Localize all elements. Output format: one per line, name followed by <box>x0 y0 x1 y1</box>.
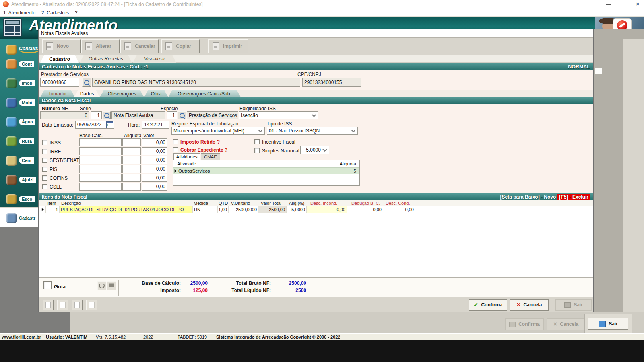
sidebar-item-cemiterio[interactable]: Cem <box>0 152 38 169</box>
tab-atividades[interactable]: Atividades <box>173 153 200 160</box>
nav-last-button[interactable] <box>86 300 97 310</box>
irrf-base-input[interactable] <box>79 147 122 155</box>
irrf-aliquota-input[interactable] <box>122 147 141 155</box>
csll-valor-input[interactable]: 0,00 <box>142 183 167 191</box>
exigibilidade-select[interactable]: Isenção <box>239 111 318 119</box>
menu-cadastros[interactable]: 2. Cadastros <box>41 10 69 16</box>
calendar-icon[interactable] <box>106 121 113 128</box>
sidebar-item-escola[interactable]: Esco <box>0 190 38 208</box>
incentivo-fiscal-label: Incentivo Fiscal <box>262 139 295 145</box>
inss-aliquota-input[interactable] <box>122 138 141 146</box>
prestador-nome-field: GIVANILDO PINTO DAS NEVES 91306345120 <box>92 78 300 87</box>
copiar-button[interactable]: Copiar <box>161 39 200 53</box>
tab-visualizar[interactable]: Visualizar <box>133 55 176 63</box>
tipo-iss-select[interactable]: 01 - Não Possui ISSQN <box>267 127 358 135</box>
sest-aliquota-input[interactable] <box>122 156 141 164</box>
numero-nf-input[interactable]: 0 <box>40 111 89 119</box>
window-titlebar: Atendimento - Atualizado dia: 02/06/2022… <box>0 0 644 9</box>
prestador-search-button[interactable] <box>82 78 91 87</box>
especie-input[interactable]: 1 <box>167 111 177 119</box>
inss-valor-input[interactable]: 0,00 <box>142 138 167 146</box>
cofins-valor-input[interactable]: 0,00 <box>142 174 167 182</box>
sidebar-item-cont[interactable]: Cont <box>0 55 38 73</box>
irrf-valor-input[interactable]: 0,00 <box>142 147 167 155</box>
item-row[interactable]: 1 PRESTAÇAO DE SERVIÇO DE 04 PORTAS 04 J… <box>39 206 593 213</box>
sidebar-item-agua[interactable]: Água <box>0 113 38 131</box>
pis-checkbox[interactable] <box>42 167 47 172</box>
sair-button[interactable]: Sair <box>555 299 592 311</box>
menubar: 1. Atendimento 2. Cadastros ? <box>0 9 644 17</box>
tab-obra[interactable]: Obra <box>144 90 168 97</box>
serie-input[interactable]: 1 <box>91 111 102 119</box>
sest-base-input[interactable] <box>79 156 122 164</box>
confirma-button[interactable]: ✓ Confirma <box>469 299 507 311</box>
imprimir-button[interactable]: Imprimir <box>208 39 248 53</box>
cofins-checkbox[interactable] <box>42 175 47 181</box>
search-person-icon <box>6 45 17 55</box>
outer-confirma-button[interactable]: Confirma <box>505 318 544 330</box>
tipo-iss-label: Tipo de ISS <box>267 121 292 127</box>
gavel-icon <box>6 175 17 185</box>
alterar-button[interactable]: Alterar <box>81 39 120 53</box>
imposto-retido-checkbox[interactable] <box>173 139 178 144</box>
inss-base-input[interactable] <box>79 138 122 146</box>
menu-atendimento[interactable]: 1. Atendimento <box>3 10 35 16</box>
maximize-icon[interactable] <box>621 2 625 6</box>
incentivo-fiscal-checkbox[interactable] <box>254 139 260 144</box>
cancelar-button[interactable]: Cancelar <box>120 39 159 53</box>
nav-prev-button[interactable] <box>57 300 68 310</box>
cancela-button[interactable]: × Cancela <box>510 299 549 311</box>
csll-base-input[interactable] <box>79 183 122 191</box>
cofins-base-input[interactable] <box>79 174 122 182</box>
hora-input[interactable]: 14:42:21 <box>142 121 169 129</box>
itens-hint-novo: [Seta para Baixo] - Novo <box>500 194 556 200</box>
tab-observacoes-canc[interactable]: Observações Canc./Sub. <box>168 90 241 97</box>
simples-nacional-checkbox[interactable] <box>254 148 260 153</box>
refresh-guia-button[interactable] <box>97 281 106 290</box>
pis-aliquota-input[interactable] <box>122 165 141 173</box>
prestador-codigo-input[interactable]: 000004866 <box>40 78 79 87</box>
csll-aliquota-input[interactable] <box>122 183 141 191</box>
row-marker-icon <box>175 169 177 173</box>
tab-observacoes[interactable]: Observações <box>100 90 144 97</box>
total-bruto-value: 2500,00 <box>278 280 306 286</box>
nav-next-button[interactable] <box>72 300 83 310</box>
dados-section-header: Dados da Nota Fiscal <box>39 97 593 104</box>
atividade-row[interactable]: OutrosServiços 5 <box>173 167 359 174</box>
pis-base-input[interactable] <box>79 165 122 173</box>
guia-checkbox[interactable] <box>43 281 52 289</box>
sidebar-item-label: Cadastr <box>19 216 35 220</box>
atividade-cell: OutrosServiços <box>178 169 210 173</box>
especie-search-button[interactable] <box>178 111 186 119</box>
cobrar-expediente-checkbox[interactable] <box>173 147 178 152</box>
sidebar-item-ajuizamento[interactable]: Ajuizi <box>0 171 38 189</box>
tab-outras-receitas[interactable]: Outras Receitas <box>80 55 132 63</box>
tab-cnae[interactable]: CNAE <box>201 153 220 160</box>
inss-checkbox[interactable] <box>42 140 47 145</box>
close-icon[interactable]: × <box>636 0 640 7</box>
print-guia-button[interactable] <box>107 281 116 290</box>
novo-button[interactable]: Novo <box>42 39 80 53</box>
regime-select[interactable]: Microempresário Individual (MEI) <box>171 127 265 135</box>
tab-tomador[interactable]: Tomador <box>40 90 75 97</box>
simples-aliquota-select[interactable]: 5,0000 <box>300 146 329 154</box>
tab-cadastro[interactable]: Cadastro <box>40 55 79 63</box>
calculator-icon <box>3 18 22 37</box>
sidebar-item-cadastro[interactable]: Cadastr <box>0 209 38 227</box>
sest-valor-input[interactable]: 0,00 <box>142 156 167 164</box>
serie-search-button[interactable] <box>103 111 111 119</box>
sest-checkbox[interactable] <box>42 158 47 163</box>
pis-valor-input[interactable]: 0,00 <box>142 165 167 173</box>
csll-checkbox[interactable] <box>42 184 47 189</box>
outer-sair-button[interactable]: → Sair <box>588 318 628 330</box>
minimize-icon[interactable] <box>606 4 611 5</box>
cofins-aliquota-input[interactable] <box>122 174 141 182</box>
outer-cancela-button[interactable]: × Cancela <box>547 318 585 330</box>
irrf-checkbox[interactable] <box>42 149 47 154</box>
tab-dados[interactable]: Dados <box>74 90 100 97</box>
nav-first-button[interactable] <box>43 300 54 310</box>
sidebar-item-rural[interactable]: Rura <box>0 132 38 150</box>
menu-help[interactable]: ? <box>75 10 78 16</box>
sidebar-item-mobi[interactable]: Mobi <box>0 94 38 111</box>
sidebar-item-imob[interactable]: Imob <box>0 74 38 92</box>
